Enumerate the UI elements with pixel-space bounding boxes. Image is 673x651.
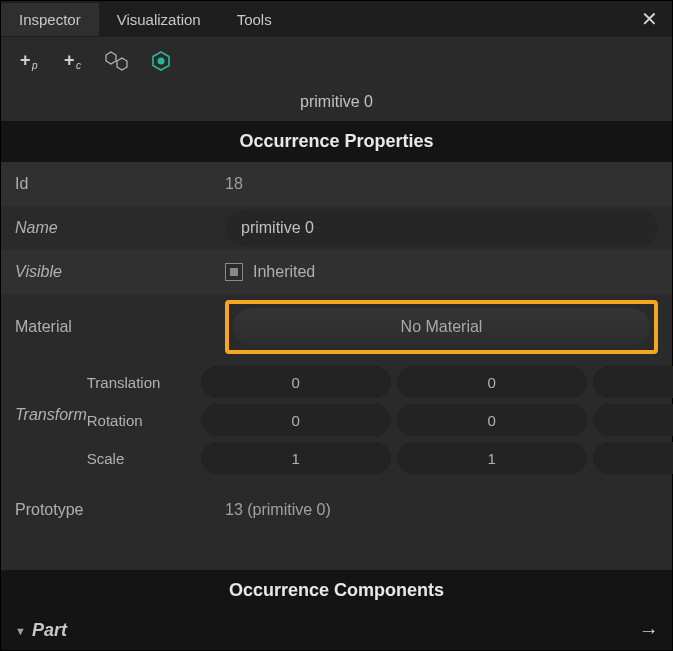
scale-x-input[interactable]	[201, 442, 391, 474]
svg-marker-4	[106, 52, 116, 64]
svg-point-7	[158, 58, 165, 65]
translation-y-input[interactable]	[397, 366, 587, 398]
translation-row: Translation mm	[87, 366, 673, 398]
collapse-triangle-icon: ▼	[15, 625, 26, 637]
spacer	[1, 536, 672, 570]
prototype-label: Prototype	[15, 501, 225, 519]
transform-label: Transform	[15, 366, 87, 474]
scale-row: Scale	[87, 442, 673, 474]
properties-list: Id 18 Name Visible Inherited Material No…	[1, 162, 672, 536]
object-name: primitive 0	[1, 85, 672, 121]
rotation-x-input[interactable]	[201, 404, 391, 436]
svg-text:+: +	[20, 50, 31, 70]
visible-checkbox-wrap: Inherited	[225, 263, 315, 281]
name-input[interactable]	[225, 210, 658, 246]
prototype-value: 13 (primitive 0)	[225, 501, 658, 519]
row-transform: Transform Translation mm Rotation deg	[1, 360, 672, 484]
occurrence-properties-header: Occurrence Properties	[1, 121, 672, 162]
inspector-panel: Inspector Visualization Tools ✕ +p +c pr…	[0, 0, 673, 651]
toolbar: +p +c	[1, 37, 672, 85]
svg-marker-5	[117, 58, 127, 70]
row-material: Material No Material	[1, 294, 672, 360]
tab-inspector[interactable]: Inspector	[1, 3, 99, 36]
close-icon[interactable]: ✕	[627, 1, 672, 37]
visible-checkbox[interactable]	[225, 263, 243, 281]
tab-visualization[interactable]: Visualization	[99, 3, 219, 36]
translation-label: Translation	[87, 374, 195, 391]
material-label: Material	[15, 318, 225, 336]
rotation-label: Rotation	[87, 412, 195, 429]
rotation-row: Rotation deg	[87, 404, 673, 436]
tab-bar: Inspector Visualization Tools ✕	[1, 1, 672, 37]
svg-text:+: +	[64, 50, 75, 70]
name-label: Name	[15, 219, 225, 237]
svg-text:c: c	[76, 60, 81, 71]
id-value: 18	[225, 175, 658, 193]
part-section-header[interactable]: ▼ Part →	[1, 611, 672, 650]
arrow-right-icon[interactable]: →	[638, 619, 658, 642]
scale-z-input[interactable]	[593, 442, 673, 474]
tab-tools[interactable]: Tools	[219, 3, 290, 36]
translation-x-input[interactable]	[201, 366, 391, 398]
scale-label: Scale	[87, 450, 195, 467]
row-name: Name	[1, 206, 672, 250]
material-button[interactable]: No Material	[233, 308, 650, 346]
visible-label: Visible	[15, 263, 225, 281]
translation-z-input[interactable]	[593, 366, 673, 398]
transform-grid: Translation mm Rotation deg Scale	[87, 366, 673, 474]
visible-state-label: Inherited	[253, 263, 315, 281]
scale-y-input[interactable]	[397, 442, 587, 474]
occurrence-components-header: Occurrence Components	[1, 570, 672, 611]
rotation-z-input[interactable]	[593, 404, 673, 436]
id-label: Id	[15, 175, 225, 193]
component-icon[interactable]	[103, 47, 131, 75]
svg-text:p: p	[31, 60, 38, 71]
instance-icon[interactable]	[147, 47, 175, 75]
material-highlight: No Material	[225, 300, 658, 354]
row-visible: Visible Inherited	[1, 250, 672, 294]
add-child-icon[interactable]: +c	[59, 47, 87, 75]
add-parent-icon[interactable]: +p	[15, 47, 43, 75]
row-id: Id 18	[1, 162, 672, 206]
row-prototype: Prototype 13 (primitive 0)	[1, 484, 672, 536]
rotation-y-input[interactable]	[397, 404, 587, 436]
part-label: Part	[32, 620, 67, 641]
